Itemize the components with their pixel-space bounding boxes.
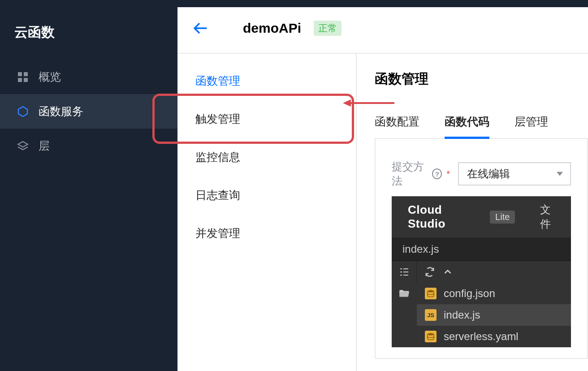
header: demoAPi 正常 [177,7,588,53]
studio-toolbar [392,261,571,283]
file-name: config.json [444,287,495,300]
required-asterisk: * [446,169,450,179]
tabs: 函数配置 函数代码 层管理 [375,114,588,139]
svg-point-13 [428,333,434,336]
submit-method-label-text: 提交方法 [392,160,430,188]
topbar [0,0,588,7]
subnav-item-triggers[interactable]: 触发管理 [195,112,338,150]
js-icon: JS [425,309,437,321]
tab-layers[interactable]: 层管理 [514,114,548,129]
subnav-item-logs[interactable]: 日志查询 [195,188,338,226]
lite-badge: Lite [490,211,515,224]
tab-code[interactable]: 函数代码 [445,114,489,129]
collapse-icon[interactable] [443,267,453,277]
subnav-item-concurrency[interactable]: 并发管理 [195,226,338,264]
content: 函数管理 触发管理 监控信息 日志查询 并发管理 函数管理 函数配置 函数代码 … [177,53,588,371]
sidebar-item-label: 概览 [39,69,61,84]
page-title: demoAPi [243,21,301,36]
help-icon[interactable]: ? [432,168,442,179]
sidebar-title: 云函数 [0,7,177,60]
svg-marker-5 [18,142,28,147]
svg-marker-4 [18,107,27,116]
subnav-item-func-mgmt[interactable]: 函数管理 [195,73,338,112]
layers-icon [16,139,30,153]
app-root: 云函数 概览 函数服务 层 demoAPi [0,0,588,371]
status-badge: 正常 [314,21,342,36]
sidebar-item-overview[interactable]: 概览 [0,60,177,94]
submit-method-select[interactable]: 在线编辑 [458,162,571,186]
grid-icon [16,70,30,84]
svg-rect-0 [18,72,22,76]
refresh-icon[interactable] [425,267,435,277]
file-row-index[interactable]: JS index.js [417,304,571,326]
sidebar-item-label: 层 [39,138,50,153]
select-value: 在线编辑 [467,167,510,181]
tree-toggle[interactable] [392,261,417,283]
db-icon [425,331,437,342]
sidebar-item-functions[interactable]: 函数服务 [0,94,177,129]
caret-down-icon [557,172,563,176]
submit-method-label: 提交方法 ? [392,160,442,188]
file-explorer: config.json JS index.js [392,283,571,347]
subnav-item-monitoring[interactable]: 监控信息 [195,150,338,188]
main: demoAPi 正常 函数管理 触发管理 监控信息 日志查询 并发管理 函数管理… [177,0,588,371]
studio-topbar: Cloud Studio Lite 文件 [392,196,571,237]
svg-rect-3 [24,78,28,82]
svg-rect-2 [18,78,22,82]
hex-icon [16,105,30,118]
db-icon [425,288,437,299]
sidebar-item-label: 函数服务 [39,104,83,119]
file-row-serverless[interactable]: serverless.yaml [417,326,571,347]
sidebar: 云函数 概览 函数服务 层 [0,0,177,371]
studio-title: Cloud Studio [408,203,481,231]
folder-open-icon[interactable] [398,288,410,302]
file-name: serverless.yaml [444,330,519,343]
back-icon[interactable] [194,23,207,34]
right-panel: 函数管理 函数配置 函数代码 层管理 提交方法 ? * 在线编辑 [356,53,588,371]
file-name: index.js [444,309,480,321]
editor-tabbar[interactable]: index.js [392,237,571,261]
panel-title: 函数管理 [375,70,588,88]
file-row-config[interactable]: config.json [417,283,571,304]
tab-config[interactable]: 函数配置 [375,114,419,129]
cloud-studio: Cloud Studio Lite 文件 index.js [392,196,571,347]
config-area: 提交方法 ? * 在线编辑 Cloud Studio Lite [375,139,588,359]
sidebar-item-layers[interactable]: 层 [0,129,177,163]
subnav: 函数管理 触发管理 监控信息 日志查询 并发管理 [177,53,356,371]
editor-tab[interactable]: index.js [402,243,439,255]
submit-method-row: 提交方法 ? * 在线编辑 [392,160,571,188]
svg-rect-1 [24,72,28,76]
menu-file[interactable]: 文件 [540,203,561,231]
svg-point-12 [428,290,434,293]
